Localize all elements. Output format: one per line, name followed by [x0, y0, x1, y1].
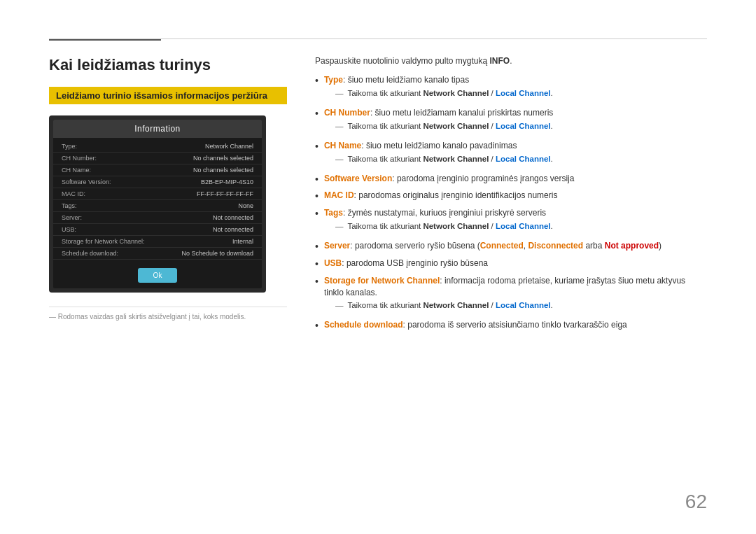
tv-mockup: Information Type:Network ChannelCH Numbe…: [49, 115, 266, 293]
info-row-label: USB:: [62, 226, 76, 233]
bullet-dot: •: [315, 320, 318, 332]
info-row-label: CH Name:: [62, 167, 91, 174]
list-item: • MAC ID: parodomas originalus įrenginio…: [315, 190, 707, 202]
info-row-value: No Schedule to download: [181, 250, 253, 257]
info-row-value: FF-FF-FF-FF-FF-FF: [197, 190, 253, 197]
list-item: • Type: šiuo metu leidžiamo kanalo tipas…: [315, 74, 707, 102]
info-row-label: Schedule download:: [62, 250, 118, 257]
keyword-mac: MAC ID: [324, 190, 354, 200]
keyword-tags: Tags: [324, 208, 343, 218]
sub-item: — Taikoma tik atkuriant Network Channel …: [335, 153, 553, 164]
footnote: — Rodomas vaizdas gali skirtis atsižvelg…: [49, 307, 287, 321]
bullet-dot: •: [315, 241, 318, 253]
intro-suffix: .: [510, 56, 512, 66]
bullet-dot: •: [315, 141, 318, 153]
top-line: [49, 38, 707, 39]
ok-button[interactable]: Ok: [138, 268, 178, 283]
info-row-value: No channels selected: [193, 167, 253, 174]
sub-item: — Taikoma tik atkuriant Network Channel …: [335, 300, 707, 311]
info-row: Type:Network Channel: [53, 141, 262, 153]
status-connected: Connected: [480, 241, 524, 251]
status-disconnected: Disconnected: [528, 241, 583, 251]
info-row-label: CH Number:: [62, 155, 97, 162]
keyword-storage: Storage for Network Channel: [324, 276, 440, 286]
info-row-label: Type:: [62, 143, 77, 150]
keyword-software: Software Version: [324, 174, 392, 183]
content-layout: Kai leidžiamas turinys Leidžiamo turinio…: [49, 56, 707, 337]
page-title: Kai leidžiamas turinys: [49, 56, 287, 74]
info-row: Software Version:B2B-EP-MIP-4S10: [53, 176, 262, 188]
info-title-bar: Information: [53, 120, 262, 138]
info-dialog: Information Type:Network ChannelCH Numbe…: [53, 120, 262, 288]
keyword-server: Server: [324, 241, 350, 251]
info-row-label: Storage for Network Channel:: [62, 238, 145, 245]
section-heading: Leidžiamo turinio išsamios informacijos …: [49, 87, 287, 104]
info-row-value: Not connected: [213, 226, 253, 233]
info-row: CH Name:No channels selected: [53, 164, 262, 176]
info-row-value: Not connected: [213, 214, 253, 221]
info-row: Schedule download:No Schedule to downloa…: [53, 248, 262, 260]
page-number: 62: [685, 491, 707, 513]
list-item: • CH Name: šiuo metu leidžiamo kanalo pa…: [315, 140, 707, 168]
bullet-dot: •: [315, 276, 318, 288]
info-row-label: MAC ID:: [62, 190, 85, 197]
intro-keyword: INFO: [489, 56, 510, 66]
keyword-type: Type: [324, 75, 343, 85]
bullet-dot: •: [315, 208, 318, 220]
info-row-value: Internal: [232, 238, 253, 245]
keyword-ch-name: CH Name: [324, 141, 361, 150]
info-row: Storage for Network Channel:Internal: [53, 236, 262, 248]
bullet-dot: •: [315, 174, 318, 185]
info-row: Server:Not connected: [53, 212, 262, 224]
bullet-list: • Type: šiuo metu leidžiamo kanalo tipas…: [315, 74, 707, 332]
info-rows: Type:Network ChannelCH Number:No channel…: [53, 138, 262, 262]
sub-item: — Taikoma tik atkuriant Network Channel …: [335, 120, 553, 132]
left-column: Kai leidžiamas turinys Leidžiamo turinio…: [49, 56, 287, 337]
list-item: • Software Version: parodoma įrenginio p…: [315, 173, 707, 185]
list-item: • USB: parodoma USB įrenginio ryšio būse…: [315, 258, 707, 270]
list-item: • Tags: žymės nustatymai, kuriuos įrengi…: [315, 207, 707, 235]
info-row-value: No channels selected: [193, 155, 253, 162]
info-ok-area: Ok: [53, 262, 262, 288]
sub-item: — Taikoma tik atkuriant Network Channel …: [335, 87, 553, 99]
info-row-value: Network Channel: [205, 143, 253, 150]
keyword-usb: USB: [324, 258, 342, 268]
bullet-dot: •: [315, 190, 318, 202]
info-row: Tags:None: [53, 200, 262, 212]
keyword-ch-number: CH Number: [324, 108, 370, 118]
list-item: • Schedule download: parodoma iš serveri…: [315, 319, 707, 332]
page-container: Kai leidžiamas turinys Leidžiamo turinio…: [0, 0, 756, 534]
list-item: • Storage for Network Channel: informaci…: [315, 275, 707, 315]
tv-screen: Information Type:Network ChannelCH Numbe…: [53, 120, 262, 288]
info-row: USB:Not connected: [53, 224, 262, 236]
status-not-approved: Not approved: [605, 241, 659, 251]
bullet-dot: •: [315, 75, 318, 87]
info-row: MAC ID:FF-FF-FF-FF-FF-FF: [53, 188, 262, 200]
intro-prefix: Paspauskite nuotolinio valdymo pulto myg…: [315, 56, 489, 66]
info-row-label: Server:: [62, 214, 82, 221]
info-row-value: None: [238, 202, 253, 209]
list-item: • Server: parodoma serverio ryšio būsena…: [315, 240, 707, 253]
right-column: Paspauskite nuotolinio valdymo pulto myg…: [315, 56, 707, 337]
info-row-label: Tags:: [62, 202, 77, 209]
info-row-label: Software Version:: [62, 178, 111, 185]
bullet-dot: •: [315, 108, 318, 120]
sub-item: — Taikoma tik atkuriant Network Channel …: [335, 220, 553, 232]
info-row: CH Number:No channels selected: [53, 153, 262, 164]
keyword-schedule: Schedule download: [324, 320, 403, 330]
bullet-dot: •: [315, 258, 318, 270]
list-item: • CH Number: šiuo metu leidžiamam kanalu…: [315, 107, 707, 135]
info-row-value: B2B-EP-MIP-4S10: [201, 178, 253, 185]
intro-text: Paspauskite nuotolinio valdymo pulto myg…: [315, 56, 707, 66]
